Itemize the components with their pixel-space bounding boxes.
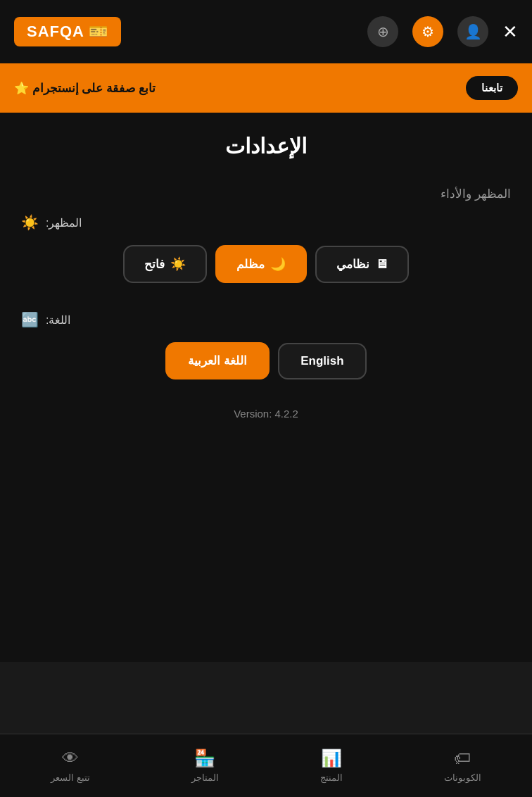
theme-system-button[interactable]: 🖥 نظامي — [315, 246, 409, 283]
nav-item-product[interactable]: 📊 المنتج — [320, 748, 343, 783]
theme-light-button[interactable]: ☀️ فاتح — [123, 245, 207, 283]
language-icon: 🔤 — [21, 311, 39, 328]
logo-button[interactable]: 🎫 SAFQA — [14, 17, 121, 46]
theme-system-label: نظامي — [336, 257, 369, 272]
theme-dark-label: مظلم — [236, 257, 265, 272]
theme-label-row: المظهر: ☀️ — [21, 214, 511, 231]
follow-button[interactable]: تابعنا — [466, 76, 518, 100]
top-bar: ✕ 👤 ⚙ ⊕ 🎫 SAFQA — [0, 0, 532, 63]
language-arabic-button[interactable]: اللغة العربية — [165, 342, 270, 379]
theme-dark-button[interactable]: 🌙 مظلم — [215, 245, 307, 283]
nav-item-price-track[interactable]: 👁 تتبع السعر — [51, 748, 90, 783]
settings-icon-button[interactable]: ⚙ — [412, 16, 443, 47]
moon-icon: 🌙 — [270, 256, 286, 272]
sun-icon: ☀️ — [170, 256, 186, 272]
bottom-nav: 🏷 الكوبونات 📊 المنتج 🏪 المتاجر 👁 تتبع ال… — [0, 734, 532, 797]
stores-icon: 🏪 — [194, 748, 215, 768]
logo-ticket-icon: 🎫 — [89, 23, 108, 41]
help-icon-button[interactable]: ⊕ — [367, 16, 398, 47]
monitor-icon: 🖥 — [375, 257, 388, 272]
page-title: الإعدادات — [21, 134, 511, 158]
main-content: الإعدادات المظهر والأداء المظهر: ☀️ ☀️ ف… — [0, 113, 532, 662]
product-label: المنتج — [320, 772, 343, 783]
price-track-label: تتبع السعر — [51, 772, 90, 783]
language-buttons-group: اللغة العربية English — [21, 342, 511, 379]
language-label-row: اللغة: 🔤 — [21, 311, 511, 328]
coupons-icon: 🏷 — [454, 748, 471, 768]
nav-item-coupons[interactable]: 🏷 الكوبونات — [444, 748, 481, 783]
logo-text: SAFQA — [27, 23, 84, 41]
appearance-section-title: المظهر والأداء — [21, 187, 511, 201]
product-icon: 📊 — [321, 748, 342, 768]
stores-label: المتاجر — [191, 772, 219, 783]
nav-item-stores[interactable]: 🏪 المتاجر — [191, 748, 219, 783]
language-label: اللغة: — [46, 313, 70, 327]
banner-text: تابع صفقة على إنستجرام ⭐ — [14, 81, 156, 96]
close-button[interactable]: ✕ — [502, 21, 518, 43]
theme-icon: ☀️ — [21, 214, 39, 231]
version-text: Version: 4.2.2 — [21, 408, 511, 420]
price-track-icon: 👁 — [62, 748, 79, 768]
theme-light-label: فاتح — [144, 257, 165, 272]
language-english-button[interactable]: English — [278, 343, 366, 379]
banner-bar: تابعنا تابع صفقة على إنستجرام ⭐ — [0, 63, 532, 113]
coupons-label: الكوبونات — [444, 772, 481, 783]
theme-label: المظهر: — [46, 216, 82, 230]
user-icon-button[interactable]: 👤 — [457, 16, 488, 47]
top-bar-left: ✕ 👤 ⚙ ⊕ — [367, 16, 518, 47]
theme-buttons-group: ☀️ فاتح 🌙 مظلم 🖥 نظامي — [21, 245, 511, 283]
